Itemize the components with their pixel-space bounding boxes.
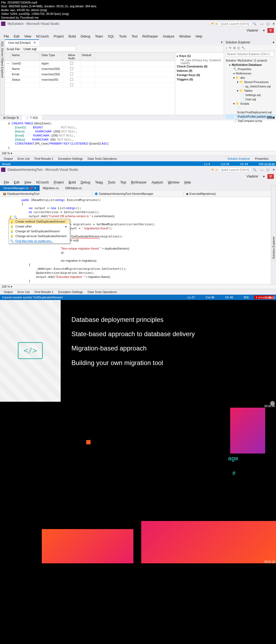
pk-entry[interactable]: PK_User (Primary Key, Clustered: UserID) — [177, 59, 222, 65]
menu-help[interactable]: Help — [193, 34, 204, 39]
properties-node[interactable]: 🔧 Properties — [226, 67, 274, 71]
user-dropdown-icon[interactable]: ▾ — [261, 174, 267, 179]
tab-dropdown-icon[interactable]: ▾ — [220, 39, 224, 46]
sp-folder[interactable]: ▾ 📁 Stored Procedures — [226, 80, 274, 84]
file-tab-dbhelper[interactable]: DBHelper.cs — [62, 185, 85, 191]
menu-help[interactable]: Help — [182, 180, 193, 185]
sp-file[interactable]: 📄 sp_SelectUsers.sql — [226, 84, 274, 88]
sql-editor[interactable]: ⊟ CREATE TABLE [dbo].[User] ( [UserID] B… — [0, 120, 276, 151]
menu-resharper[interactable]: ReSharper — [140, 34, 160, 39]
table-row[interactable]: Name nvarchar(200) — [5, 66, 175, 72]
panel-dropdown-icon[interactable]: ▾ — [273, 40, 274, 44]
show-all-icon[interactable]: ◫ — [237, 46, 240, 50]
data-tools-tab[interactable]: Data Tools Operations — [85, 156, 119, 161]
keys-label[interactable]: Keys (1) — [179, 54, 191, 57]
user-dropdown-icon[interactable]: ▾ — [261, 28, 267, 33]
menu-change-local[interactable]: 💡Change all local 'GetDuplicatedVersion' — [9, 234, 70, 238]
menu-project[interactable]: Project — [51, 180, 66, 185]
output-tab[interactable]: Output — [2, 156, 15, 161]
col-name-header[interactable]: Name — [10, 53, 40, 61]
cell-type[interactable]: bigint — [40, 61, 63, 66]
menu-view[interactable]: View — [22, 180, 33, 185]
notification-flag-icon[interactable]: ⚑ — [211, 22, 214, 26]
quick-launch-input[interactable] — [219, 167, 251, 172]
cell-name[interactable]: UserID — [10, 61, 40, 66]
notification-flag-icon[interactable]: ⚑ — [211, 168, 214, 172]
table-file[interactable]: 📄 User.sql — [226, 97, 274, 101]
script-file[interactable]: 📄 Script.PostDeployment.sql — [226, 106, 274, 114]
cell-name[interactable]: Email — [10, 72, 40, 77]
menu-edit[interactable]: Edit — [12, 34, 22, 39]
exception-settings-tab[interactable]: Exception Settings — [56, 290, 85, 294]
cell-type[interactable]: nvarchar(256) — [40, 72, 63, 77]
split-icon[interactable]: ▥▤▣ — [266, 115, 276, 120]
crumb-class[interactable]: 🔷 DatabaseVersioningTool.VersionManager — [92, 192, 184, 196]
menu-tools[interactable]: Tools — [117, 34, 129, 39]
user-badge[interactable]: V — [267, 174, 274, 179]
script-file-input[interactable] — [22, 46, 76, 52]
menu-file[interactable]: File — [2, 180, 11, 185]
find-results-tab[interactable]: Find Results 1 — [32, 290, 56, 294]
cell-type[interactable]: nvarchar(200) — [40, 66, 63, 71]
menu-view[interactable]: View — [22, 34, 33, 39]
home-icon[interactable]: ⌂ — [226, 46, 227, 50]
quick-launch-input[interactable] — [219, 21, 251, 26]
minimize-button[interactable]: — — [260, 22, 263, 26]
menu-team[interactable]: Team — [93, 34, 105, 39]
find-results-tab[interactable]: Find Results 1 — [32, 156, 56, 161]
user-badge[interactable]: V — [267, 28, 274, 33]
solution-explorer-side-tab[interactable]: Solution Explorer — [271, 185, 276, 261]
solution-explorer-bottom-tab[interactable]: Solution Explorer — [225, 156, 252, 161]
sync-icon[interactable]: ● — [215, 22, 217, 25]
zoom-level[interactable]: 100 % — [2, 285, 10, 288]
close-button[interactable]: ✕ — [272, 168, 275, 172]
cell-nulls[interactable] — [63, 61, 80, 66]
sql-server-object-explorer-tab[interactable]: SQL Server Object Explorer — [0, 39, 5, 115]
cell-name[interactable]: Name — [10, 66, 40, 71]
menu-window[interactable]: Window — [166, 180, 182, 185]
output-tab[interactable]: Output — [2, 290, 15, 294]
menu-resharper[interactable]: ReSharper — [129, 180, 149, 185]
col-nulls-header[interactable]: Allow Nulls — [63, 53, 80, 61]
cell-default[interactable] — [80, 61, 95, 66]
project-node[interactable]: ▸ MySolution.Database — [226, 63, 274, 67]
menu-analyze[interactable]: Analyze — [161, 34, 177, 39]
menu-project[interactable]: Project — [51, 34, 66, 39]
tsql-tab[interactable]: 📄 T-SQL — [22, 115, 42, 120]
crumb-project[interactable]: 📦 DatabaseVersioningTool — [1, 192, 92, 196]
dbo-node[interactable]: ▾ 📁 dbo — [226, 76, 274, 80]
scripts-folder[interactable]: ▾ 📁 Scripts — [226, 101, 274, 106]
menu-change-all[interactable]: 💡Change all 'GetDuplicatedVersion' — [9, 229, 70, 234]
user-name[interactable]: Vladimir — [244, 28, 260, 33]
menu-find-nuget[interactable]: 🔍Find this type on nuget.org... — [9, 238, 70, 243]
lightbulb-icon[interactable]: 💡 — [9, 215, 12, 219]
menu-build[interactable]: Build — [67, 180, 78, 185]
menu-sql[interactable]: SQL — [106, 34, 116, 39]
design-tab[interactable]: ⊞ Design ⇅ — [0, 115, 22, 120]
triggers[interactable]: Triggers (0) — [177, 78, 193, 81]
error-list-tab[interactable]: Error List — [15, 156, 32, 161]
zoom-level[interactable]: 100 % — [2, 152, 10, 155]
col-default-header[interactable]: Default — [80, 53, 95, 61]
table-row[interactable]: ⊸ UserID bigint — [5, 61, 175, 66]
properties-bottom-tab[interactable]: Properties — [253, 156, 271, 161]
menu-analyze[interactable]: Analyze — [149, 180, 165, 185]
crumb-method[interactable]: ◉ ExecuteMigrations() — [184, 192, 275, 196]
table-file[interactable]: 📄 Settings.sql — [226, 93, 274, 97]
close-tab-icon[interactable]: ✕ — [33, 41, 36, 44]
col-type-header[interactable]: Data Type — [40, 53, 63, 61]
search-icon[interactable]: 🔍 — [253, 168, 257, 172]
solution-node[interactable]: Solution 'MySolution' (1 project) — [226, 58, 274, 63]
properties-icon[interactable]: 🔧 — [242, 46, 245, 50]
error-list-tab[interactable]: Error List — [15, 290, 32, 294]
menu-debug[interactable]: Debug — [78, 180, 92, 185]
file-tab-migration[interactable]: Migration.cs — [40, 185, 62, 191]
menu-debug[interactable]: Debug — [78, 34, 92, 39]
solution-search-input[interactable] — [226, 52, 274, 56]
check-constraints[interactable]: Check Constraints (0) — [177, 65, 208, 68]
refresh-icon[interactable]: ↻ — [229, 46, 232, 50]
menu-test[interactable]: Test — [129, 34, 140, 39]
menu-edit[interactable]: Edit — [12, 180, 22, 185]
references-node[interactable]: ▪▪ References — [226, 71, 274, 76]
cell-name[interactable]: Status — [10, 77, 40, 82]
